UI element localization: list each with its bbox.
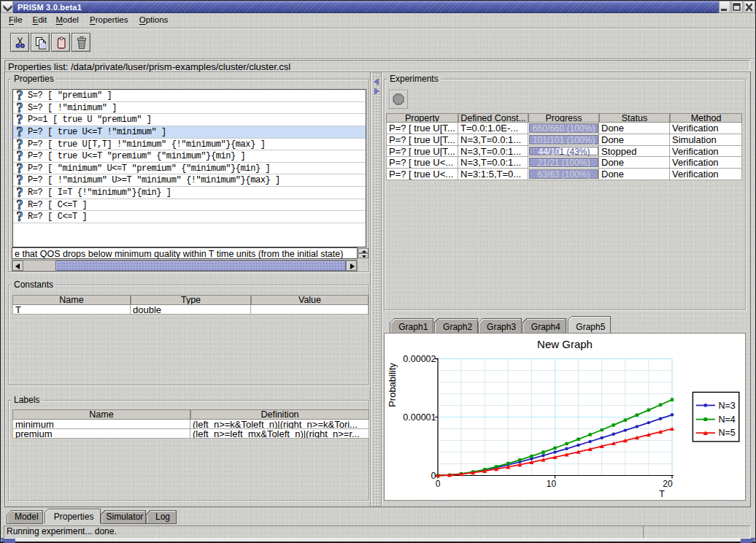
- svg-text:10: 10: [547, 479, 557, 489]
- svg-text:?: ?: [16, 187, 23, 199]
- svg-text:Graph1: Graph1: [398, 322, 428, 332]
- svg-text:Graph5: Graph5: [576, 322, 605, 332]
- svg-text:New Graph: New Graph: [537, 338, 593, 350]
- svg-text:0: 0: [436, 479, 441, 489]
- svg-text:N=5: N=5: [719, 428, 736, 438]
- svg-text:Graph2: Graph2: [443, 322, 472, 332]
- svg-text:Graph3: Graph3: [487, 322, 516, 332]
- svg-text:Probability: Probability: [387, 363, 398, 407]
- svg-text:?: ?: [16, 174, 23, 186]
- svg-text:Simulator: Simulator: [107, 512, 144, 522]
- svg-text:?: ?: [16, 126, 23, 138]
- svg-text:0.00001: 0.00001: [403, 412, 436, 423]
- svg-text:Model: Model: [15, 512, 39, 522]
- svg-text:?: ?: [16, 114, 23, 126]
- svg-text:T: T: [659, 489, 665, 499]
- svg-text:?: ?: [16, 139, 23, 150]
- svg-text:Graph4: Graph4: [531, 322, 560, 332]
- svg-text:?: ?: [16, 211, 23, 223]
- svg-text:Properties: Properties: [54, 512, 94, 522]
- svg-text:0.00002: 0.00002: [403, 354, 436, 364]
- svg-text:N=4: N=4: [719, 415, 736, 425]
- svg-text:20: 20: [663, 479, 673, 489]
- svg-text:N=3: N=3: [719, 401, 736, 411]
- svg-text:?: ?: [16, 199, 23, 211]
- svg-text:Log: Log: [155, 512, 170, 522]
- svg-text:?: ?: [16, 102, 23, 114]
- svg-text:?: ?: [16, 150, 23, 162]
- svg-text:?: ?: [16, 90, 23, 101]
- svg-text:?: ?: [16, 163, 23, 174]
